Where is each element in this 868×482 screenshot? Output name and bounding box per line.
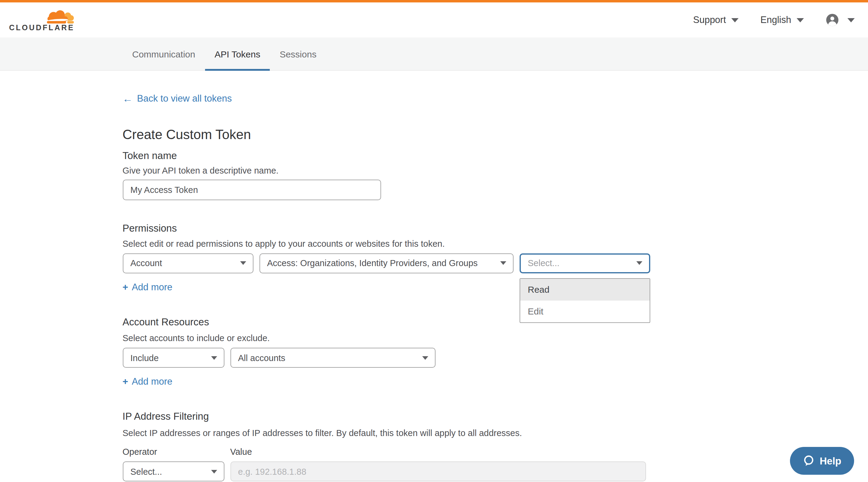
menu-item-edit[interactable]: Edit xyxy=(520,300,649,322)
tab-label: Sessions xyxy=(280,49,317,59)
cloudflare-create-token-page: CLOUDFLARE Support English xyxy=(0,0,868,482)
account-resources-label: Account Resources xyxy=(123,317,745,327)
permission-scope-select[interactable]: Account xyxy=(123,253,253,274)
tab-communication[interactable]: Communication xyxy=(123,37,205,70)
back-arrow-icon: ← xyxy=(123,93,133,104)
token-name-label: Token name xyxy=(123,151,745,161)
ip-filtering-label: IP Address Filtering xyxy=(123,412,745,422)
back-link[interactable]: ← Back to view all tokens xyxy=(123,93,232,104)
account-resources-row: Include All accounts xyxy=(123,348,745,368)
ip-filtering-controls: Select... xyxy=(123,461,745,481)
permission-group-select[interactable]: Access: Organizations, Identity Provider… xyxy=(259,253,513,274)
permission-access-select[interactable]: Select... xyxy=(519,253,650,274)
tabs: Communication API Tokens Sessions xyxy=(123,37,745,70)
resource-include-select[interactable]: Include xyxy=(123,348,224,368)
permissions-label: Permissions xyxy=(123,223,745,234)
resource-accounts-select[interactable]: All accounts xyxy=(230,348,435,368)
chevron-down-icon xyxy=(240,262,246,265)
chevron-down-icon xyxy=(847,18,855,22)
resource-include-value: Include xyxy=(130,353,159,363)
value-column-label: Value xyxy=(230,447,252,457)
permissions-row: Account Access: Organizations, Identity … xyxy=(123,253,745,274)
token-name-description: Give your API token a descriptive name. xyxy=(123,166,745,175)
ip-value-input[interactable] xyxy=(230,461,646,481)
permissions-add-more-link[interactable]: + Add more xyxy=(123,282,173,293)
chevron-down-icon xyxy=(500,262,506,265)
cloudflare-logo[interactable]: CLOUDFLARE xyxy=(9,9,74,32)
account-resources-add-more-link[interactable]: + Add more xyxy=(123,377,173,387)
chevron-down-icon xyxy=(211,470,217,473)
chevron-down-icon xyxy=(422,356,428,360)
cloudflare-cloud-icon xyxy=(44,9,74,24)
permissions-description: Select edit or read permissions to apply… xyxy=(123,239,745,248)
permission-group-value: Access: Organizations, Identity Provider… xyxy=(267,259,477,268)
language-menu[interactable]: English xyxy=(760,14,804,25)
back-link-label: Back to view all tokens xyxy=(137,93,232,104)
language-menu-label: English xyxy=(760,14,791,25)
tab-sessions[interactable]: Sessions xyxy=(270,37,326,70)
chevron-down-icon xyxy=(731,18,739,22)
plus-icon: + xyxy=(123,377,128,387)
permission-access-menu: Read Edit xyxy=(519,278,650,323)
token-name-input[interactable] xyxy=(123,180,381,200)
add-more-label: Add more xyxy=(132,282,173,293)
menu-item-read[interactable]: Read xyxy=(520,279,649,300)
header-nav: Support English xyxy=(693,13,855,27)
account-menu[interactable] xyxy=(826,13,855,27)
resource-accounts-value: All accounts xyxy=(238,353,285,363)
header: CLOUDFLARE Support English xyxy=(0,2,868,37)
top-accent-bar xyxy=(0,0,868,2)
ip-operator-value: Select... xyxy=(130,467,162,476)
profile-tab-bar: Communication API Tokens Sessions xyxy=(0,37,868,71)
permission-scope-value: Account xyxy=(130,259,162,268)
ip-filtering-description: Select IP addresses or ranges of IP addr… xyxy=(123,429,745,438)
user-avatar-icon xyxy=(826,13,839,27)
page-title: Create Custom Token xyxy=(123,127,745,143)
help-button-label: Help xyxy=(819,455,841,467)
support-menu[interactable]: Support xyxy=(693,14,739,25)
add-more-label: Add more xyxy=(132,377,173,387)
chevron-down-icon xyxy=(211,356,217,360)
ip-operator-select[interactable]: Select... xyxy=(123,461,224,481)
main-content: ← Back to view all tokens Create Custom … xyxy=(123,71,745,481)
operator-column-label: Operator xyxy=(123,447,230,457)
ip-filtering-column-labels: Operator Value xyxy=(123,447,745,457)
tab-label: Communication xyxy=(132,49,195,59)
tab-label: API Tokens xyxy=(214,49,260,59)
permission-access-value: Select... xyxy=(528,259,559,268)
account-resources-description: Select accounts to include or exclude. xyxy=(123,334,745,343)
plus-icon: + xyxy=(123,282,128,292)
help-button[interactable]: Help xyxy=(790,447,854,475)
brand-wordmark: CLOUDFLARE xyxy=(9,25,74,32)
chat-bubble-icon xyxy=(803,455,815,467)
support-menu-label: Support xyxy=(693,14,726,25)
chevron-down-icon xyxy=(636,262,642,265)
tab-api-tokens[interactable]: API Tokens xyxy=(205,37,270,70)
chevron-down-icon xyxy=(797,18,804,22)
